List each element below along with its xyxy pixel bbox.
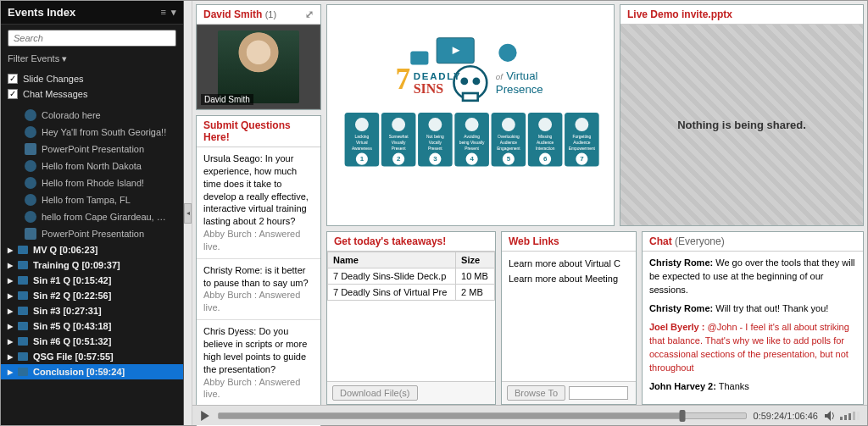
- downloads-table[interactable]: NameSize7 Deadly Sins-Slide Deck.p10 MB7…: [327, 252, 495, 301]
- table-row[interactable]: 7 Deadly Sins of Virtual Pre2 MB: [328, 285, 495, 301]
- svg-point-16: [355, 119, 369, 132]
- col-name[interactable]: Name: [328, 252, 456, 268]
- presenter-count: (1): [265, 9, 276, 19]
- svg-marker-65: [825, 411, 831, 421]
- sidebar-section[interactable]: ▶Sin #1 Q [0:15:42]: [1, 273, 183, 288]
- svg-text:being Visually: being Visually: [459, 141, 485, 145]
- questions-body[interactable]: Ursula Seago: In your experience, how mu…: [197, 147, 320, 426]
- sidebar-section[interactable]: ▶Sin #2 Q [0:22:56]: [1, 288, 183, 303]
- event-label: PowerPoint Presentation: [42, 144, 144, 154]
- sidebar-section[interactable]: ▶MV Q [0:06:23]: [1, 242, 183, 257]
- sidebar-section[interactable]: ▶Training Q [0:09:37]: [1, 257, 183, 273]
- browse-to-button[interactable]: Browse To: [507, 385, 565, 401]
- col-size[interactable]: Size: [456, 252, 495, 268]
- check-label: Chat Messages: [23, 89, 87, 99]
- sidebar-section[interactable]: ▶Sin #3 [0:27:31]: [1, 303, 183, 318]
- main-top: David Smith (1) ⤢ David Smith Submit Que…: [192, 1, 867, 405]
- downloads-body: NameSize7 Deadly Sins-Slide Deck.p10 MB7…: [327, 252, 495, 381]
- svg-text:Vocally: Vocally: [429, 141, 442, 145]
- svg-text:5: 5: [507, 156, 511, 163]
- chat-body[interactable]: Christy Rome: We go over the tools that …: [643, 252, 863, 404]
- sidebar-section[interactable]: ▶Sin #6 Q [0:51:32]: [1, 334, 183, 349]
- slide-panel: 7 DEADLY SINS of Virtual Presence Lackin…: [326, 4, 615, 226]
- collapse-icon[interactable]: ▾: [171, 7, 176, 18]
- sidebar-section[interactable]: ▶QSG File [0:57:55]: [1, 349, 183, 364]
- svg-text:Present: Present: [392, 147, 406, 151]
- svg-point-23: [392, 119, 405, 132]
- chat-scope: (Everyone): [675, 235, 725, 247]
- disclosure-icon: ▶: [8, 277, 13, 285]
- presenter-panel: David Smith (1) ⤢ David Smith: [196, 4, 321, 110]
- downloads-footer: Download File(s): [327, 381, 495, 404]
- fullscreen-icon[interactable]: ⤢: [305, 8, 314, 20]
- disclosure-icon: ▶: [8, 292, 13, 300]
- question-item[interactable]: Ursula Seago: In your experience, how mu…: [197, 147, 320, 259]
- play-button[interactable]: [199, 410, 211, 422]
- sidebar-event-item[interactable]: hello from Cape Girardeau, …: [1, 208, 183, 225]
- svg-text:DEADLY: DEADLY: [414, 72, 462, 82]
- browse-to-input[interactable]: [569, 386, 628, 400]
- share-header: Live Demo invite.pptx: [620, 5, 863, 25]
- svg-text:Virtual: Virtual: [506, 70, 537, 83]
- svg-text:Present: Present: [428, 147, 442, 151]
- chat-message: Joel Byerly : @John - I feel it's all ab…: [649, 321, 856, 375]
- sidebar-event-item[interactable]: PowerPoint Presentation: [1, 225, 183, 242]
- sidebar-check[interactable]: ✓Slide Changes: [8, 71, 176, 86]
- sidebar-event-item[interactable]: Hello from Tampa, FL: [1, 191, 183, 208]
- svg-text:Visually: Visually: [392, 141, 406, 145]
- presenter-body: David Smith: [197, 25, 320, 109]
- seek-thumb[interactable]: [679, 410, 685, 422]
- layout-icon: [18, 307, 28, 315]
- slide-body[interactable]: 7 DEADLY SINS of Virtual Presence Lackin…: [327, 5, 614, 225]
- sidebar-event-item[interactable]: Colorado here: [1, 107, 183, 124]
- sidebar-event-item[interactable]: Hey Ya'll from South Georiga!!: [1, 124, 183, 141]
- file-name: 7 Deadly Sins-Slide Deck.p: [328, 268, 456, 285]
- questions-panel: Submit Questions Here! Ursula Seago: In …: [196, 115, 321, 426]
- section-label: Sin #1 Q [0:15:42]: [33, 275, 111, 285]
- chat-author: Christy Rome:: [649, 303, 713, 313]
- svg-text:Overlooking: Overlooking: [498, 135, 520, 139]
- disclosure-icon: ▶: [8, 323, 13, 330]
- section-label: MV Q [0:06:23]: [33, 245, 97, 255]
- table-row[interactable]: 7 Deadly Sins-Slide Deck.p10 MB: [328, 268, 495, 285]
- sidebar-event-item[interactable]: PowerPoint Presentation: [1, 141, 183, 158]
- weblink-item[interactable]: Learn more about Virtual C: [509, 257, 629, 272]
- sin-tile: ForgettingAudienceEmpowerment7: [565, 113, 599, 167]
- file-size: 10 MB: [456, 268, 495, 285]
- svg-point-44: [502, 119, 515, 132]
- layout-icon: [18, 322, 28, 330]
- presenter-video[interactable]: David Smith: [197, 25, 320, 109]
- download-files-button[interactable]: Download File(s): [332, 385, 418, 401]
- question-item[interactable]: Chris Dyess: Do you believe in scripts o…: [197, 320, 320, 407]
- gutter-collapse-left[interactable]: ◂: [184, 203, 192, 224]
- sidebar-event-item[interactable]: Hello from North Dakota: [1, 158, 183, 174]
- svg-rect-70: [857, 412, 860, 420]
- svg-rect-66: [840, 417, 843, 420]
- svg-rect-68: [849, 413, 851, 420]
- volume-icon: [825, 411, 837, 421]
- sidebar-section[interactable]: ▶Conclusion [0:59:24]: [1, 364, 183, 379]
- svg-text:Empowerment: Empowerment: [569, 147, 596, 151]
- svg-text:Interaction: Interaction: [536, 147, 555, 151]
- sidebar-search-wrap: [1, 25, 183, 52]
- sidebar-check[interactable]: ✓Chat Messages: [8, 86, 176, 102]
- svg-text:7: 7: [580, 156, 584, 163]
- svg-text:Audience: Audience: [500, 141, 518, 145]
- weblink-item[interactable]: Learn more about Meeting: [509, 272, 629, 287]
- svg-point-7: [473, 78, 481, 86]
- event-label: PowerPoint Presentation: [42, 229, 144, 239]
- seek-fill: [219, 413, 682, 418]
- questions-header: Submit Questions Here!: [197, 116, 320, 147]
- svg-point-4: [499, 44, 517, 62]
- sidebar-section[interactable]: ▶Sin #5 Q [0:43:18]: [1, 318, 183, 334]
- sidebar-event-item[interactable]: Hello from Rhode Island!: [1, 174, 183, 191]
- weblinks-body: Learn more about Virtual CLearn more abo…: [502, 252, 636, 381]
- menu-icon[interactable]: ≡: [161, 7, 166, 18]
- filter-events[interactable]: Filter Events ▾: [1, 52, 183, 69]
- seek-track[interactable]: [218, 412, 747, 419]
- search-input[interactable]: [8, 30, 176, 47]
- question-answer: Abby Burch : Answered live.: [203, 228, 314, 253]
- sin-tile: SomewhatVisuallyPresent2: [381, 113, 416, 167]
- question-item[interactable]: Christy Rome: is it better to pause than…: [197, 259, 320, 320]
- volume-control[interactable]: [825, 411, 860, 421]
